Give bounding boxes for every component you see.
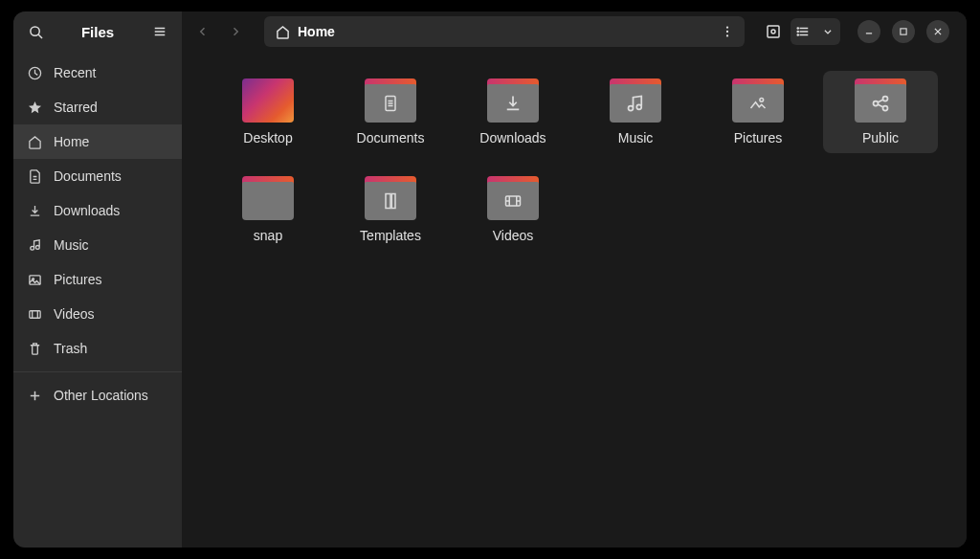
sidebar-item-music[interactable]: Music xyxy=(13,228,182,262)
folder-icon xyxy=(610,78,661,123)
sidebar-item-downloads[interactable]: Downloads xyxy=(13,193,182,228)
folder-templates[interactable]: Templates xyxy=(333,168,448,251)
maximize-icon xyxy=(899,27,908,36)
svg-point-20 xyxy=(771,30,775,34)
folder-desktop[interactable]: Desktop xyxy=(211,71,325,153)
sidebar: Files Recent Starred xyxy=(13,11,182,548)
back-button[interactable] xyxy=(189,18,216,45)
sidebar-item-label: Other Locations xyxy=(54,388,148,403)
folder-icon xyxy=(365,176,416,220)
kebab-icon xyxy=(721,25,734,38)
view-options-button[interactable] xyxy=(815,18,840,45)
svg-point-39 xyxy=(883,106,888,111)
folder-icon xyxy=(242,176,294,220)
sidebar-menu-button[interactable] xyxy=(147,19,172,44)
pathbar[interactable]: Home xyxy=(264,16,745,47)
svg-rect-11 xyxy=(29,310,39,318)
star-icon xyxy=(27,100,42,115)
sidebar-item-starred[interactable]: Starred xyxy=(13,90,182,124)
sidebar-item-other-locations[interactable]: Other Locations xyxy=(13,378,182,413)
sidebar-item-label: Recent xyxy=(54,65,96,80)
svg-point-25 xyxy=(797,31,798,32)
maximize-button[interactable] xyxy=(892,20,915,43)
svg-point-36 xyxy=(760,98,764,101)
sidebar-list: Recent Starred Home Documents xyxy=(13,52,182,416)
svg-rect-28 xyxy=(901,29,906,34)
focus-mode-button[interactable] xyxy=(760,18,787,45)
folder-videos[interactable]: Videos xyxy=(456,168,570,251)
folder-documents[interactable]: Documents xyxy=(333,71,448,153)
chevron-down-icon xyxy=(823,27,833,36)
share-icon xyxy=(871,94,890,113)
list-icon xyxy=(796,25,810,38)
download-icon xyxy=(503,94,523,113)
view-switcher xyxy=(791,18,840,45)
svg-rect-43 xyxy=(391,194,395,209)
window-controls xyxy=(852,20,955,43)
svg-point-0 xyxy=(30,26,38,34)
search-icon xyxy=(29,25,43,39)
svg-line-41 xyxy=(879,104,883,107)
pathbar-menu-button[interactable] xyxy=(714,18,741,45)
sidebar-item-label: Pictures xyxy=(54,272,102,287)
close-button[interactable] xyxy=(926,20,949,43)
folder-label: snap xyxy=(254,228,282,243)
sidebar-item-label: Documents xyxy=(54,168,122,184)
music-icon xyxy=(626,94,645,113)
sidebar-item-trash[interactable]: Trash xyxy=(13,331,182,366)
sidebar-item-pictures[interactable]: Pictures xyxy=(13,262,182,297)
sidebar-item-label: Home xyxy=(54,134,89,149)
folder-public[interactable]: Public xyxy=(823,71,938,153)
home-icon xyxy=(27,134,42,149)
list-view-button[interactable] xyxy=(791,18,815,45)
sidebar-header: Files xyxy=(13,11,182,52)
folder-label: Templates xyxy=(360,228,421,243)
svg-line-40 xyxy=(879,100,883,102)
folder-downloads[interactable]: Downloads xyxy=(456,71,570,153)
app-title: Files xyxy=(56,24,140,40)
hamburger-icon xyxy=(153,25,167,38)
music-icon xyxy=(27,237,42,253)
main-pane: Home xyxy=(182,11,967,548)
close-icon xyxy=(933,27,943,36)
sidebar-item-documents[interactable]: Documents xyxy=(13,159,182,193)
video-icon xyxy=(27,306,42,322)
sidebar-item-videos[interactable]: Videos xyxy=(13,297,182,331)
trash-icon xyxy=(27,341,42,356)
folder-music[interactable]: Music xyxy=(578,71,693,153)
sidebar-item-label: Videos xyxy=(54,306,95,322)
content-area[interactable]: Desktop Documents xyxy=(182,52,967,548)
sidebar-item-label: Trash xyxy=(54,341,87,356)
folder-label: Music xyxy=(618,130,654,145)
clock-icon xyxy=(27,65,42,80)
search-button[interactable] xyxy=(23,19,48,44)
folder-grid: Desktop Documents xyxy=(211,71,938,251)
svg-rect-19 xyxy=(768,26,779,37)
picture-icon xyxy=(27,272,42,287)
sidebar-item-label: Music xyxy=(54,237,89,253)
minimize-icon xyxy=(864,27,874,36)
forward-button[interactable] xyxy=(222,18,249,45)
folder-pictures[interactable]: Pictures xyxy=(701,71,815,153)
folder-label: Downloads xyxy=(479,130,546,145)
sidebar-item-home[interactable]: Home xyxy=(13,124,182,159)
folder-label: Videos xyxy=(493,228,534,243)
plus-icon xyxy=(27,388,42,403)
folder-label: Pictures xyxy=(734,130,783,145)
document-icon xyxy=(27,168,42,184)
sidebar-item-recent[interactable]: Recent xyxy=(13,56,182,90)
folder-icon xyxy=(487,176,539,220)
sidebar-item-label: Starred xyxy=(54,100,98,115)
svg-point-18 xyxy=(726,34,728,36)
templates-icon xyxy=(381,191,400,211)
svg-point-26 xyxy=(797,34,798,35)
svg-point-16 xyxy=(726,26,728,28)
folder-icon xyxy=(855,78,906,123)
svg-rect-42 xyxy=(386,194,390,209)
folder-icon xyxy=(732,78,784,123)
folder-icon xyxy=(487,78,539,123)
sidebar-divider xyxy=(13,371,182,372)
minimize-button[interactable] xyxy=(858,20,880,43)
folder-snap[interactable]: snap xyxy=(211,168,325,251)
headerbar: Home xyxy=(182,11,967,52)
